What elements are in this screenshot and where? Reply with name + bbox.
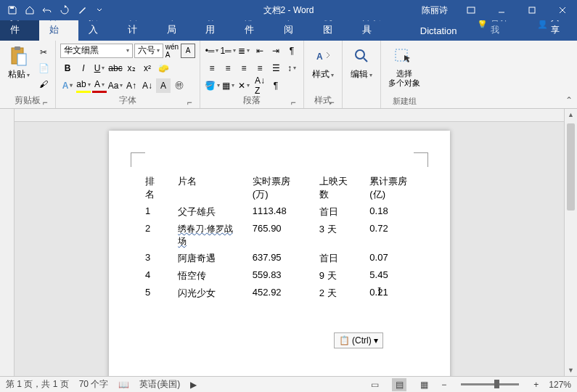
page-indicator[interactable]: 第 1 页，共 1 页 [6,378,69,391]
tab-dictation[interactable]: Dictation [410,21,467,41]
scroll-up-icon[interactable]: ▲ [565,109,577,121]
char-shading-icon[interactable]: A [156,78,171,93]
cell-days: 首日 [312,250,363,267]
paste-button[interactable]: 粘贴▾ [4,43,33,93]
scrollbar-vertical[interactable]: ▲ ▼ [564,109,577,376]
page[interactable]: 排名 片名 实时票房(万) 上映天数 累计票房(亿) 1父子雄兵1113.48首… [109,131,450,376]
scroll-thumb[interactable] [567,123,575,211]
save-icon[interactable] [4,2,20,18]
cell-name: 父子雄兵 [171,203,245,221]
web-layout-icon[interactable]: ▦ [417,378,431,391]
show-marks-icon[interactable]: ¶ [285,44,299,58]
group-new: 选择 多个对象 新建组 [381,41,427,108]
phonetic-guide-icon[interactable]: wénA [165,44,179,58]
cell-days: 2 天 [312,285,363,302]
home-icon[interactable] [22,2,38,18]
print-layout-icon[interactable]: ▤ [392,378,406,391]
group-clipboard: 粘贴▾ ✂ 📄 🖌 剪贴板⌐ [0,41,56,108]
underline-icon[interactable]: U▾ [92,61,107,75]
read-mode-icon[interactable]: ▭ [367,378,382,391]
select-objects-icon [393,44,416,68]
align-right-icon[interactable]: ≡ [237,61,251,75]
subscript-icon[interactable]: x₂ [124,61,139,75]
scroll-down-icon[interactable]: ▼ [565,364,577,376]
spell-check-icon[interactable]: 📖 [118,380,129,390]
multilevel-icon[interactable]: ≣▾ [237,44,251,58]
align-left-icon[interactable]: ≡ [205,61,219,75]
copy-icon[interactable]: 📄 [36,61,51,75]
dialog-launcher-icon[interactable]: ⌐ [41,97,49,106]
clear-format-icon[interactable]: 🧽 [156,61,171,75]
shading-icon[interactable]: 🪣▾ [205,78,219,93]
inc-indent-icon[interactable]: ⇥ [269,44,283,58]
grow-font-icon[interactable]: A↑ [124,78,139,93]
ruler-vertical[interactable] [0,109,15,376]
cell-box: 452.92 [245,285,312,302]
zoom-slider[interactable] [461,383,519,385]
ruler-horizontal[interactable] [15,109,564,122]
word-count[interactable]: 70 个字 [79,378,109,391]
font-color-icon[interactable]: A▾ [92,78,107,93]
language-indicator[interactable]: 英语(美国) [139,378,180,391]
zoom-out-icon[interactable]: − [441,380,446,390]
zoom-in-icon[interactable]: + [533,380,539,390]
show-para-icon[interactable]: ¶ [269,78,283,93]
titlebar: 文档2 - Word 陈丽诗 [0,0,577,20]
margin-corner [414,152,428,167]
editing-button[interactable]: 编辑▾ [347,43,376,97]
select-objects-button[interactable]: 选择 多个对象 [385,43,423,94]
cell-rank: 2 [138,221,171,250]
align-justify-icon[interactable]: ≡ [253,61,267,75]
cut-icon[interactable]: ✂ [36,45,51,60]
group-label-font: 字体⌐ [60,93,195,107]
document-area: 排名 片名 实时票房(万) 上映天数 累计票房(亿) 1父子雄兵1113.48首… [0,109,564,376]
cell-days: 首日 [312,203,363,221]
bullets-icon[interactable]: •═▾ [205,44,219,58]
borders-icon[interactable]: ▦▾ [221,78,235,93]
text-effects-icon[interactable]: A▾ [60,78,75,93]
username[interactable]: 陈丽诗 [422,4,448,17]
dec-indent-icon[interactable]: ⇤ [253,44,267,58]
font-size-combo[interactable]: 六号▾ [134,44,163,58]
enclose-char-icon[interactable]: ㊕ [172,78,187,93]
maximize-icon[interactable] [517,0,547,20]
document-content[interactable]: 排名 片名 实时票房(万) 上映天数 累计票房(亿) 1父子雄兵1113.48首… [138,173,428,302]
change-case-icon[interactable]: Aa▾ [108,78,123,93]
bold-icon[interactable]: B [60,61,75,75]
col-name: 片名 [171,173,245,203]
cell-rank: 4 [138,267,171,285]
format-painter-icon[interactable]: 🖌 [36,77,51,91]
macro-icon[interactable]: ▶ [190,380,197,390]
svg-rect-5 [15,46,20,50]
superscript-icon[interactable]: x² [140,61,155,75]
text-cursor-icon: I [377,285,381,298]
shrink-font-icon[interactable]: A↓ [140,78,155,93]
qat-dropdown-icon[interactable] [91,2,107,18]
line-spacing-icon[interactable]: ↕▾ [285,61,299,75]
align-center-icon[interactable]: ≡ [221,61,235,75]
dialog-launcher-icon[interactable]: ⌐ [185,97,194,106]
numbering-icon[interactable]: 1═▾ [221,44,235,58]
redo-icon[interactable] [57,2,73,18]
char-border-icon[interactable]: A [181,44,195,58]
italic-icon[interactable]: I [76,61,91,75]
zoom-thumb[interactable] [494,380,499,388]
styles-button[interactable]: A 样式▾ [308,43,337,93]
ribbon-display-icon[interactable] [457,0,486,20]
paste-options-button[interactable]: 📋(Ctrl) ▾ [334,332,383,348]
close-icon[interactable] [548,0,577,20]
minimize-icon[interactable] [487,0,516,20]
undo-icon[interactable] [39,2,55,18]
asian-layout-icon[interactable]: ✕▾ [237,78,251,93]
dialog-launcher-icon[interactable]: ⌐ [289,97,298,106]
highlight-icon[interactable]: ab▾ [76,78,91,93]
brush-icon[interactable] [74,2,90,18]
distribute-icon[interactable]: ☰ [269,61,283,75]
sort-icon[interactable]: A↓Z [253,78,267,93]
table-row: 1父子雄兵1113.48首日0.18 [138,203,428,221]
dialog-launcher-icon[interactable]: ⌐ [327,97,336,106]
font-name-combo[interactable]: 华文细黑▾ [60,44,133,58]
collapse-ribbon-icon[interactable]: ⌃ [565,95,573,105]
strike-icon[interactable]: abc [108,61,123,75]
zoom-level[interactable]: 127% [549,380,571,390]
